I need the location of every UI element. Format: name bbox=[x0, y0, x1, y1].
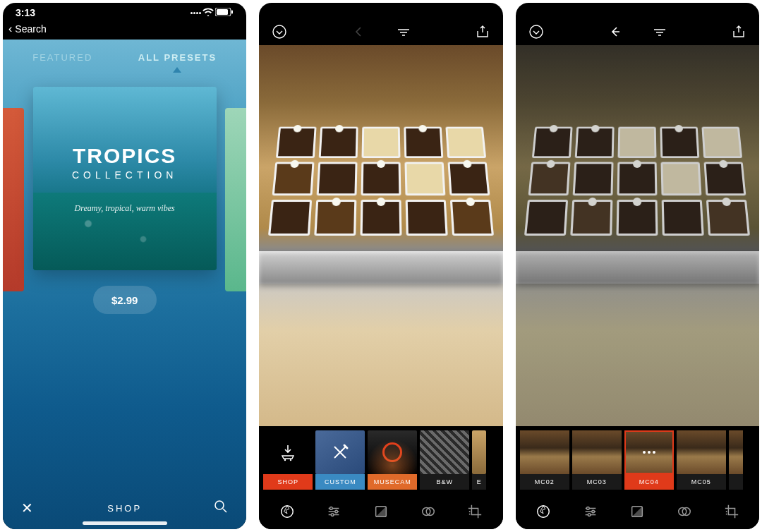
filter-mc05[interactable]: MC05 bbox=[677, 430, 726, 494]
svg-point-9 bbox=[284, 459, 286, 461]
back-label: Search bbox=[15, 23, 46, 35]
photo-preview-filtered[interactable] bbox=[516, 45, 759, 426]
download-cart-icon bbox=[263, 430, 313, 474]
filter-thumb bbox=[572, 430, 622, 474]
svg-point-38 bbox=[725, 514, 727, 515]
home-indicator[interactable] bbox=[83, 521, 167, 525]
tool-adjust[interactable] bbox=[576, 497, 605, 526]
footer-shop-label[interactable]: SHOP bbox=[107, 503, 142, 514]
svg-line-4 bbox=[223, 509, 226, 512]
svg-point-32 bbox=[591, 510, 594, 513]
preset-carousel[interactable]: TROPICS COLLECTION Dreamy, tropical, war… bbox=[3, 73, 246, 270]
tool-color[interactable] bbox=[670, 497, 699, 526]
tab-featured[interactable]: FEATURED bbox=[32, 52, 92, 63]
filter-thumb bbox=[677, 430, 726, 474]
preset-card-prev[interactable] bbox=[3, 108, 24, 291]
close-icon[interactable]: ✕ bbox=[21, 500, 35, 516]
tool-crop[interactable] bbox=[717, 497, 746, 526]
filter-mc02[interactable]: MC02 bbox=[520, 430, 569, 494]
status-time: 3:13 bbox=[16, 7, 35, 18]
filter-label: MC03 bbox=[572, 474, 622, 490]
svg-point-11 bbox=[281, 506, 293, 518]
tool-adjust[interactable] bbox=[319, 497, 349, 526]
chevron-left-icon: ‹ bbox=[8, 23, 12, 35]
filter-strip[interactable]: MC02 MC03 MC04 MC05 bbox=[516, 426, 759, 494]
chip-shop-label: SHOP bbox=[263, 474, 313, 490]
screen-shop: 3:13 ‹ Search FEATURED ALL PRESETS TROPI… bbox=[3, 3, 246, 529]
lines-icon[interactable] bbox=[396, 24, 411, 40]
svg-point-27 bbox=[538, 506, 550, 518]
signal-icon bbox=[190, 12, 201, 14]
chip-bw-label: B&W bbox=[420, 474, 469, 490]
chevron-circle-down-icon[interactable] bbox=[528, 24, 544, 40]
chip-musecam-label: MUSECAM bbox=[368, 474, 417, 490]
chip-partial-label: E bbox=[472, 474, 486, 490]
svg-point-16 bbox=[335, 510, 338, 513]
svg-point-21 bbox=[469, 511, 471, 512]
tool-crop[interactable] bbox=[460, 497, 490, 526]
share-icon[interactable] bbox=[731, 24, 746, 40]
share-icon[interactable] bbox=[475, 24, 490, 40]
preset-card-tropics[interactable]: TROPICS COLLECTION Dreamy, tropical, war… bbox=[33, 87, 217, 270]
filter-mc03[interactable]: MC03 bbox=[572, 430, 622, 494]
back-to-search[interactable]: ‹ Search bbox=[3, 23, 246, 40]
filter-thumb bbox=[520, 430, 569, 474]
svg-point-33 bbox=[588, 514, 591, 516]
tool-tone[interactable] bbox=[366, 497, 396, 526]
preset-tagline: Dreamy, tropical, warm vibes bbox=[75, 203, 175, 214]
chip-partial[interactable]: E bbox=[472, 430, 486, 494]
arrow-left-icon bbox=[351, 24, 366, 40]
svg-rect-2 bbox=[231, 11, 233, 14]
chip-custom-label: CUSTOM bbox=[315, 474, 365, 490]
svg-point-10 bbox=[290, 459, 291, 461]
battery-icon bbox=[215, 7, 234, 18]
filter-mc04[interactable]: MC04 bbox=[624, 430, 674, 494]
screen-editor-filters: MC02 MC03 MC04 MC05 bbox=[516, 3, 759, 529]
tool-color[interactable] bbox=[413, 497, 443, 526]
editor-toolbar bbox=[259, 494, 502, 529]
svg-point-31 bbox=[586, 507, 589, 510]
svg-point-22 bbox=[469, 514, 471, 515]
status-bar: 3:13 bbox=[3, 3, 246, 23]
filter-partial[interactable] bbox=[729, 430, 743, 494]
search-icon[interactable] bbox=[214, 500, 228, 517]
status-right bbox=[190, 7, 234, 18]
bw-thumb bbox=[420, 430, 469, 474]
filter-label: MC02 bbox=[520, 474, 569, 490]
shop-pane: FEATURED ALL PRESETS TROPICS COLLECTION … bbox=[3, 40, 246, 529]
tool-presets[interactable] bbox=[528, 497, 558, 526]
shop-tabs: FEATURED ALL PRESETS bbox=[3, 40, 246, 73]
svg-point-23 bbox=[530, 25, 543, 38]
screen-editor-categories: SHOP CUSTOM MUSECAM B&W E bbox=[259, 3, 502, 529]
tool-tone[interactable] bbox=[622, 497, 652, 526]
svg-point-17 bbox=[332, 514, 334, 516]
chip-musecam[interactable]: MUSECAM bbox=[368, 430, 417, 494]
editor-top-bar bbox=[259, 3, 502, 45]
preset-title: TROPICS bbox=[73, 144, 176, 168]
tab-all-presets[interactable]: ALL PRESETS bbox=[138, 52, 217, 63]
editor-toolbar bbox=[516, 494, 759, 529]
arrow-left-icon[interactable] bbox=[607, 24, 622, 40]
filter-label: MC05 bbox=[677, 474, 726, 490]
lines-icon[interactable] bbox=[652, 24, 667, 40]
buy-button[interactable]: $2.99 bbox=[93, 286, 157, 314]
tool-presets[interactable] bbox=[272, 497, 302, 526]
price-label: $2.99 bbox=[111, 294, 138, 306]
brush-cross-icon bbox=[315, 430, 365, 474]
svg-point-3 bbox=[215, 501, 224, 509]
preset-category-strip[interactable]: SHOP CUSTOM MUSECAM B&W E bbox=[259, 426, 502, 494]
chip-shop[interactable]: SHOP bbox=[263, 430, 313, 494]
svg-point-37 bbox=[725, 511, 727, 512]
intensity-dots-icon bbox=[624, 430, 674, 474]
preset-subtitle: COLLECTION bbox=[72, 169, 177, 181]
editor-top-bar bbox=[516, 3, 759, 45]
filter-thumb bbox=[624, 430, 674, 474]
svg-rect-1 bbox=[217, 9, 228, 15]
svg-point-15 bbox=[330, 507, 333, 510]
preset-card-next[interactable] bbox=[225, 108, 246, 291]
wifi-icon bbox=[202, 7, 214, 18]
chip-bw[interactable]: B&W bbox=[420, 430, 469, 494]
chevron-circle-down-icon[interactable] bbox=[272, 24, 287, 40]
chip-custom[interactable]: CUSTOM bbox=[315, 430, 365, 494]
photo-preview[interactable] bbox=[259, 45, 502, 426]
